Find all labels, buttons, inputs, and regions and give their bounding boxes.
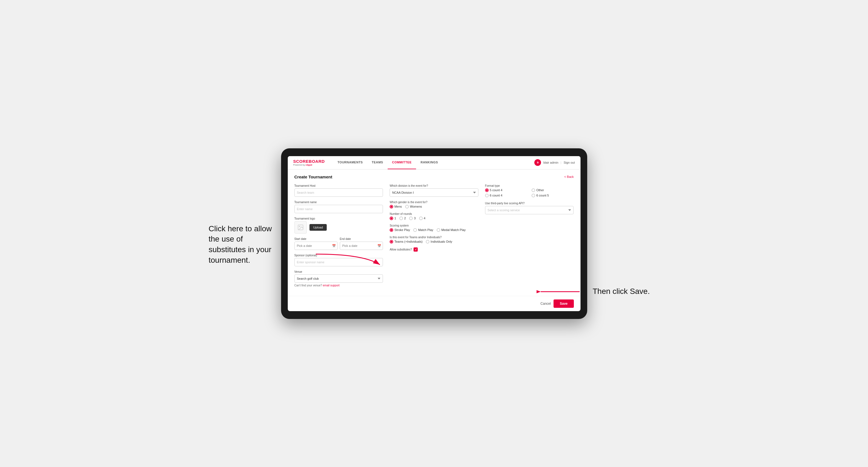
- rounds-4[interactable]: 4: [419, 217, 426, 220]
- format-label: Format type: [485, 184, 574, 187]
- division-select[interactable]: NCAA Division I NCAA Division II NCAA Di…: [390, 188, 478, 197]
- format-options-grid: 5 count 4 Other 6 count 4: [485, 188, 574, 197]
- gender-group: Which gender is the event for? Mens Wome…: [390, 201, 478, 209]
- email-support-link[interactable]: email support: [323, 284, 340, 287]
- scoring-system-group: Scoring system Stroke Play Match Play: [390, 224, 478, 232]
- teams-group: Is this event for Teams and/or Individua…: [390, 236, 478, 244]
- scoring-api-label: Use third-party live scoring API?: [485, 202, 574, 205]
- scoring-stroke[interactable]: Stroke Play: [390, 228, 410, 232]
- page-title: Create Tournament: [294, 175, 332, 179]
- arrow-right: [536, 286, 581, 297]
- form-grid: Tournament Host Tournament name Tourname…: [294, 184, 574, 291]
- format-6count4[interactable]: 6 count 4: [485, 194, 527, 197]
- gender-womens[interactable]: Womens: [405, 205, 422, 209]
- venue-select[interactable]: Search golf club: [294, 274, 383, 283]
- save-button[interactable]: Save: [554, 300, 574, 308]
- upload-button[interactable]: Upload: [309, 224, 327, 231]
- logo-scoreboard: SCOREBOARD: [293, 159, 325, 164]
- gender-mens[interactable]: Mens: [390, 205, 402, 209]
- scoring-api-group: Use third-party live scoring API? Select…: [485, 202, 574, 214]
- division-label: Which division is the event for?: [390, 184, 478, 187]
- signout-link[interactable]: Sign out: [563, 161, 575, 164]
- image-icon: [297, 224, 304, 231]
- annotation-right: Then click Save.: [593, 286, 651, 297]
- scoring-api-select[interactable]: Select a scoring service: [485, 206, 574, 214]
- start-date-label: Start date: [294, 238, 338, 241]
- substitutes-item: Allow substitutes?: [390, 247, 478, 252]
- avatar: B: [534, 159, 541, 166]
- arrow-left: [313, 251, 385, 268]
- nav-teams[interactable]: TEAMS: [367, 156, 388, 169]
- substitutes-group: Allow substitutes?: [390, 247, 478, 252]
- rounds-3[interactable]: 3: [409, 217, 415, 220]
- tournament-name-input[interactable]: [294, 205, 383, 213]
- rounds-label: Number of rounds: [390, 212, 478, 215]
- scoring-system-label: Scoring system: [390, 224, 478, 227]
- cancel-button[interactable]: Cancel: [540, 302, 551, 306]
- start-date-group: Start date 📅: [294, 238, 338, 250]
- venue-group: Venue Search golf club Can't find your v…: [294, 270, 383, 287]
- tournament-host-input[interactable]: [294, 188, 383, 197]
- teams-label: Is this event for Teams and/or Individua…: [390, 236, 478, 239]
- venue-helper: Can't find your venue? email support: [294, 284, 383, 287]
- back-link[interactable]: < Back: [564, 175, 574, 178]
- logo-powered: Powered by clippd: [293, 164, 325, 166]
- end-date-input[interactable]: [340, 242, 383, 250]
- substitutes-checkbox[interactable]: [413, 247, 418, 252]
- rounds-radio-group: 1 2 3: [390, 217, 478, 220]
- page-header: Create Tournament < Back: [294, 175, 574, 179]
- tournament-name-group: Tournament name: [294, 201, 383, 213]
- rounds-1[interactable]: 1: [390, 217, 396, 220]
- logo-upload-area: Upload: [294, 221, 383, 234]
- logo-placeholder: [294, 221, 307, 234]
- nav-rankings[interactable]: RANKINGS: [416, 156, 442, 169]
- form-col-middle: Which division is the event for? NCAA Di…: [390, 184, 478, 291]
- gender-label: Which gender is the event for?: [390, 201, 478, 204]
- scoring-radio-group: Stroke Play Match Play Medal Match Play: [390, 228, 478, 232]
- tournament-host-group: Tournament Host: [294, 184, 383, 197]
- scoring-match[interactable]: Match Play: [413, 228, 433, 232]
- page-wrapper: Click here to allow the use of substitut…: [281, 148, 587, 319]
- teams-radio-group: Teams (+Individuals) Individuals Only: [390, 240, 478, 244]
- scoring-medal[interactable]: Medal Match Play: [437, 228, 466, 232]
- substitutes-label: Allow substitutes?: [390, 248, 412, 251]
- rounds-group: Number of rounds 1 2: [390, 212, 478, 220]
- nav-links: TOURNAMENTS TEAMS COMMITTEE RANKINGS: [333, 156, 442, 169]
- gender-womens-radio[interactable]: [405, 205, 409, 209]
- start-date-input[interactable]: [294, 242, 338, 250]
- format-5count4[interactable]: 5 count 4: [485, 188, 527, 192]
- form-footer: Cancel Save: [288, 296, 581, 311]
- tournament-name-label: Tournament name: [294, 201, 383, 204]
- calendar-icon-end: 📅: [377, 244, 381, 247]
- end-date-group: End date 📅: [340, 238, 383, 250]
- form-col-left: Tournament Host Tournament name Tourname…: [294, 184, 383, 291]
- teams-both[interactable]: Teams (+Individuals): [390, 240, 423, 244]
- nav-committee[interactable]: COMMITTEE: [388, 156, 416, 169]
- logo-area: SCOREBOARD Powered by clippd: [293, 159, 325, 166]
- annotation-left: Click here to allow the use of substitut…: [209, 223, 278, 266]
- gender-radio-group: Mens Womens: [390, 205, 478, 209]
- content-area: Create Tournament < Back Tournament Host…: [288, 169, 581, 296]
- teams-individuals[interactable]: Individuals Only: [426, 240, 452, 244]
- date-row: Start date 📅 End date 📅: [294, 238, 383, 250]
- gender-mens-radio[interactable]: [390, 205, 393, 209]
- end-date-label: End date: [340, 238, 383, 241]
- nav-right: B blair admin | Sign out: [534, 159, 575, 166]
- calendar-icon-start: 📅: [332, 244, 336, 247]
- venue-label: Venue: [294, 270, 383, 273]
- nav-tournaments[interactable]: TOURNAMENTS: [333, 156, 367, 169]
- nav-username: blair admin: [543, 161, 558, 164]
- svg-point-3: [299, 226, 300, 227]
- tournament-logo-group: Tournament logo Upload: [294, 217, 383, 234]
- rounds-2[interactable]: 2: [399, 217, 406, 220]
- format-6count5[interactable]: 6 count 5: [531, 194, 574, 197]
- format-group: Format type 5 count 4 Other: [485, 184, 574, 197]
- format-other[interactable]: Other: [531, 188, 574, 192]
- division-group: Which division is the event for? NCAA Di…: [390, 184, 478, 197]
- form-col-right: Format type 5 count 4 Other: [485, 184, 574, 291]
- nav-bar: SCOREBOARD Powered by clippd TOURNAMENTS…: [288, 156, 581, 169]
- tournament-logo-label: Tournament logo: [294, 217, 383, 220]
- tournament-host-label: Tournament Host: [294, 184, 383, 187]
